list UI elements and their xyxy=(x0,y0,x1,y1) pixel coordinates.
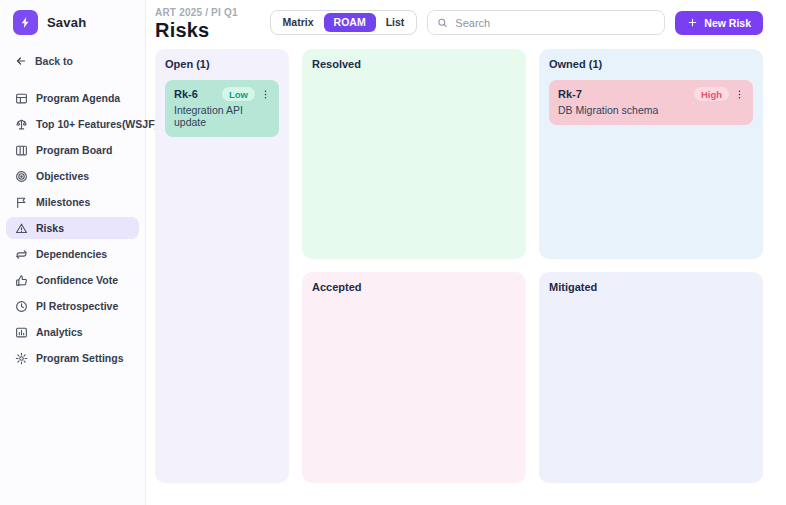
gear-icon xyxy=(15,352,28,365)
sidebar-item-label: Program Agenda xyxy=(36,92,120,104)
card-header: Rk-6 Low xyxy=(174,87,271,101)
breadcrumb: ART 2025 / PI Q1 xyxy=(155,5,238,18)
view-toggle-roam[interactable]: ROAM xyxy=(324,13,376,32)
page-title: Risks xyxy=(155,19,238,42)
new-risk-label: New Risk xyxy=(704,17,751,29)
main-content: ART 2025 / PI Q1 Risks Matrix ROAM List … xyxy=(146,0,786,505)
page-header: ART 2025 / PI Q1 Risks Matrix ROAM List … xyxy=(155,5,763,42)
risk-card-rk-7[interactable]: Rk-7 High DB Migration schema xyxy=(549,80,753,125)
sidebar-item-label: Program Board xyxy=(36,144,112,156)
sidebar-item-label: Risks xyxy=(36,222,64,234)
search-field[interactable] xyxy=(427,10,665,35)
thumbs-up-icon xyxy=(15,274,28,287)
risk-card-rk-6[interactable]: Rk-6 Low Integration API update xyxy=(165,80,279,137)
back-link[interactable]: Back to xyxy=(0,41,145,71)
view-toggle-matrix[interactable]: Matrix xyxy=(273,13,324,32)
sidebar: Savah Back to Program Agenda Top 10+ Fea… xyxy=(0,0,146,505)
column-header-mitigated: Mitigated xyxy=(549,281,753,293)
severity-badge: High xyxy=(694,87,729,101)
sidebar-nav: Program Agenda Top 10+ Features(WSJF) Pr… xyxy=(0,87,145,369)
severity-badge: Low xyxy=(222,87,255,101)
sidebar-item-risks[interactable]: Risks xyxy=(6,217,139,239)
sidebar-item-dependencies[interactable]: Dependencies xyxy=(6,243,139,265)
title-block: ART 2025 / PI Q1 Risks xyxy=(155,5,238,42)
kebab-menu-icon[interactable] xyxy=(260,89,271,100)
column-accepted: Accepted xyxy=(302,272,526,483)
toolbar: Matrix ROAM List New Risk xyxy=(270,10,763,35)
column-header-owned: Owned (1) xyxy=(549,58,753,70)
sidebar-item-label: Dependencies xyxy=(36,248,107,260)
column-mitigated: Mitigated xyxy=(539,272,763,483)
scale-icon xyxy=(15,118,28,131)
column-open: Open (1) Rk-6 Low Integration API update xyxy=(155,49,289,483)
sidebar-item-label: Top 10+ Features(WSJF) xyxy=(36,118,158,130)
kebab-menu-icon[interactable] xyxy=(734,89,745,100)
bar-chart-icon xyxy=(15,326,28,339)
column-header-resolved: Resolved xyxy=(312,58,516,70)
board-columns-icon xyxy=(15,144,28,157)
app-logo-row: Savah xyxy=(0,0,145,41)
search-icon xyxy=(437,17,448,29)
app-name: Savah xyxy=(47,15,86,30)
clock-icon xyxy=(15,300,28,313)
sidebar-item-label: PI Retrospective xyxy=(36,300,118,312)
sidebar-item-milestones[interactable]: Milestones xyxy=(6,191,139,213)
new-risk-button[interactable]: New Risk xyxy=(675,11,763,35)
column-header-open: Open (1) xyxy=(165,58,279,70)
card-header: Rk-7 High xyxy=(558,87,745,101)
agenda-grid-icon xyxy=(15,92,28,105)
risk-title: Integration API update xyxy=(174,104,271,128)
sidebar-item-label: Analytics xyxy=(36,326,83,338)
sidebar-item-confidence-vote[interactable]: Confidence Vote xyxy=(6,269,139,291)
view-toggle-list[interactable]: List xyxy=(376,13,415,32)
column-header-accepted: Accepted xyxy=(312,281,516,293)
app-logo-icon xyxy=(13,10,38,35)
sidebar-item-pi-retrospective[interactable]: PI Retrospective xyxy=(6,295,139,317)
target-icon xyxy=(15,170,28,183)
sidebar-item-label: Confidence Vote xyxy=(36,274,118,286)
view-toggle-group: Matrix ROAM List xyxy=(270,10,418,35)
sidebar-item-program-agenda[interactable]: Program Agenda xyxy=(6,87,139,109)
plus-icon xyxy=(687,17,698,28)
sidebar-item-analytics[interactable]: Analytics xyxy=(6,321,139,343)
back-arrow-icon xyxy=(15,55,27,67)
back-link-label: Back to xyxy=(35,55,73,67)
swap-arrows-icon xyxy=(15,248,28,261)
sidebar-item-program-settings[interactable]: Program Settings xyxy=(6,347,139,369)
risk-id: Rk-7 xyxy=(558,88,694,100)
warning-triangle-icon xyxy=(15,222,28,235)
sidebar-item-label: Program Settings xyxy=(36,352,124,364)
risk-id: Rk-6 xyxy=(174,88,222,100)
search-input[interactable] xyxy=(455,17,655,29)
column-owned: Owned (1) Rk-7 High DB Migration schema xyxy=(539,49,763,259)
column-resolved: Resolved xyxy=(302,49,526,259)
flag-icon xyxy=(15,196,28,209)
risk-title: DB Migration schema xyxy=(558,104,745,116)
roam-board: Open (1) Rk-6 Low Integration API update… xyxy=(155,49,763,483)
sidebar-item-program-board[interactable]: Program Board xyxy=(6,139,139,161)
sidebar-item-label: Objectives xyxy=(36,170,89,182)
sidebar-item-top-features[interactable]: Top 10+ Features(WSJF) xyxy=(6,113,139,135)
sidebar-item-objectives[interactable]: Objectives xyxy=(6,165,139,187)
sidebar-item-label: Milestones xyxy=(36,196,90,208)
